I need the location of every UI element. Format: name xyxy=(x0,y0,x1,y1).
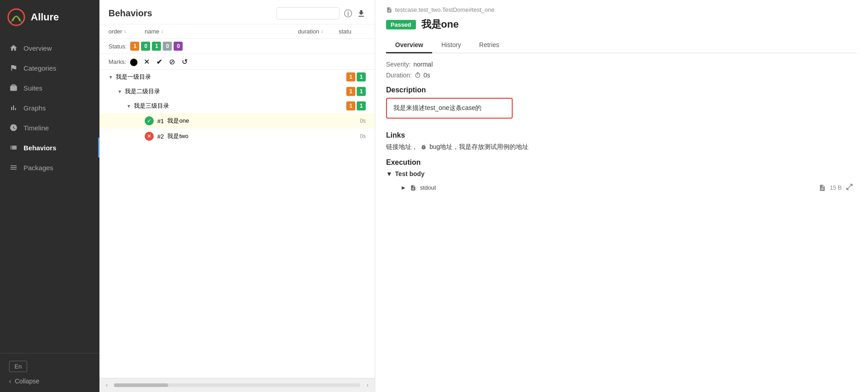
severity-value: normal xyxy=(413,61,433,68)
home-icon xyxy=(9,43,18,53)
failed-icon: ✕ xyxy=(145,132,154,141)
info-icon[interactable]: ⓘ xyxy=(344,8,352,19)
download-icon[interactable] xyxy=(357,9,366,18)
severity-label: Severity: xyxy=(386,61,410,68)
timer-icon xyxy=(415,72,421,78)
test1-label: 我是one xyxy=(167,117,189,125)
chevron-down-icon: ▼ xyxy=(108,75,113,80)
chevron-down-icon: ▼ xyxy=(386,170,392,177)
sidebar-label-behaviors: Behaviors xyxy=(24,144,57,152)
mark-check-icon[interactable]: ✔ xyxy=(154,57,164,67)
rp-body: Severity: normal Duration: 0s Descriptio… xyxy=(375,53,868,392)
sidebar-item-suites[interactable]: Suites xyxy=(0,78,99,98)
sidebar-item-graphs[interactable]: Graphs xyxy=(0,98,99,118)
test2-label: 我是two xyxy=(167,132,188,140)
scroll-thumb xyxy=(114,383,168,387)
sort-duration-icon: ↕ xyxy=(321,29,323,34)
left-panel-header: Behaviors ⓘ xyxy=(99,0,375,24)
test-item-1[interactable]: ✓ #1 我是one 0s xyxy=(99,113,375,129)
tree-level1[interactable]: ▼ 我是一级目录 1 1 xyxy=(99,70,375,84)
stdout-size: 15 B xyxy=(830,184,842,191)
col-name[interactable]: name ↕ xyxy=(145,28,298,35)
mark-stop-icon[interactable]: ⊘ xyxy=(167,57,177,67)
passed-icon: ✓ xyxy=(145,116,154,125)
scroll-right-arrow[interactable]: › xyxy=(364,381,371,389)
svg-point-0 xyxy=(8,9,24,25)
sidebar-label-graphs: Graphs xyxy=(24,104,46,112)
sidebar-label-timeline: Timeline xyxy=(24,124,49,132)
links-section: 链接地址， bug地址，我是存放测试用例的地址 xyxy=(386,143,857,151)
status-count-5: 0 xyxy=(174,42,183,51)
sidebar-item-packages[interactable]: Packages xyxy=(0,158,99,177)
app-title: Allure xyxy=(31,11,59,23)
status-count-4: 0 xyxy=(163,42,172,51)
severity-row: Severity: normal xyxy=(386,61,857,68)
test-item-2[interactable]: ✕ #2 我是two 0s xyxy=(99,129,375,144)
duration-label: Duration: xyxy=(386,72,412,79)
marks-label: Marks: xyxy=(108,58,126,65)
links-text: 链接地址， bug地址，我是存放测试用例的地址 xyxy=(386,143,857,151)
col-order[interactable]: order ↕ xyxy=(108,28,145,35)
execution-section: ▼ Test body ► stdout 15 B xyxy=(386,170,857,195)
stdout-row[interactable]: ► stdout 15 B xyxy=(386,180,857,195)
file-icon xyxy=(386,7,392,13)
level3-badges: 1 1 xyxy=(346,101,366,110)
language-button[interactable]: En xyxy=(9,361,27,372)
mark-x-icon[interactable]: ✕ xyxy=(142,57,151,67)
chevron-left-icon: ‹ xyxy=(9,378,11,385)
horizontal-scrollbar: ‹ › xyxy=(99,378,375,392)
mark-refresh-icon[interactable]: ↺ xyxy=(179,57,189,67)
collapse-button[interactable]: ‹ Collapse xyxy=(9,378,90,385)
sidebar-item-behaviors[interactable]: Behaviors xyxy=(0,138,99,158)
sidebar-footer: En ‹ Collapse xyxy=(0,353,99,392)
tab-overview[interactable]: Overview xyxy=(386,38,432,53)
detail-tabs: Overview History Retries xyxy=(386,38,857,53)
right-panel: testcase.test_two.TestDome#test_one Pass… xyxy=(375,0,868,392)
table-header: order ↕ name ↕ duration ↕ statu xyxy=(99,24,375,39)
document-icon xyxy=(410,185,416,191)
scroll-track[interactable] xyxy=(114,383,360,387)
sidebar-label-categories: Categories xyxy=(24,64,57,72)
status-count-1: 1 xyxy=(130,42,139,51)
behaviors-title: Behaviors xyxy=(108,8,152,19)
clock-icon xyxy=(9,123,18,132)
tree-area: ▼ 我是一级目录 1 1 ▼ 我是二级目录 1 1 xyxy=(99,70,375,378)
mark-circle-icon[interactable]: ⬤ xyxy=(129,57,139,67)
sidebar-label-overview: Overview xyxy=(24,44,52,52)
briefcase-icon xyxy=(9,83,18,92)
tree-level3[interactable]: ▼ 我是三级目录 1 1 xyxy=(99,99,375,113)
tab-retries[interactable]: Retries xyxy=(470,38,508,53)
test-body-label: Test body xyxy=(395,170,425,177)
sort-order-icon: ↕ xyxy=(124,29,126,34)
header-actions: ⓘ xyxy=(276,7,366,19)
sidebar-item-overview[interactable]: Overview xyxy=(0,38,99,58)
file-path-text: testcase.test_two.TestDome#test_one xyxy=(395,6,495,13)
search-input[interactable] xyxy=(276,7,340,19)
left-panel: Behaviors ⓘ order ↕ name ↕ duration ↕ xyxy=(99,0,375,392)
expand-icon[interactable] xyxy=(845,183,854,192)
level3-badge-2: 1 xyxy=(357,101,366,110)
title-row: Passed 我是one xyxy=(386,18,857,31)
level1-badges: 1 1 xyxy=(346,72,366,81)
description-section-title: Description xyxy=(386,86,857,94)
chevron-right-icon: ► xyxy=(401,184,406,191)
sidebar-item-timeline[interactable]: Timeline xyxy=(0,118,99,138)
execution-section-title: Execution xyxy=(386,158,857,167)
list-icon xyxy=(9,143,18,152)
sidebar-label-suites: Suites xyxy=(24,84,42,92)
status-count-2: 0 xyxy=(141,42,150,51)
logo-area: Allure xyxy=(0,0,99,34)
col-duration[interactable]: duration ↕ xyxy=(298,28,339,35)
tree-level2[interactable]: ▼ 我是二级目录 1 1 xyxy=(99,84,375,99)
level2-badge-1: 1 xyxy=(346,87,355,96)
chevron-down-icon: ▼ xyxy=(127,104,131,109)
level3-badge-1: 1 xyxy=(346,101,355,110)
level2-badge-2: 1 xyxy=(357,87,366,96)
scroll-left-arrow[interactable]: ‹ xyxy=(103,381,110,389)
test-body-row[interactable]: ▼ Test body xyxy=(386,170,857,177)
passed-status-badge: Passed xyxy=(386,20,416,29)
chevron-down-icon: ▼ xyxy=(118,89,122,94)
tab-history[interactable]: History xyxy=(432,38,470,53)
sidebar-item-categories[interactable]: Categories xyxy=(0,58,99,78)
test2-num: #2 xyxy=(157,133,164,140)
